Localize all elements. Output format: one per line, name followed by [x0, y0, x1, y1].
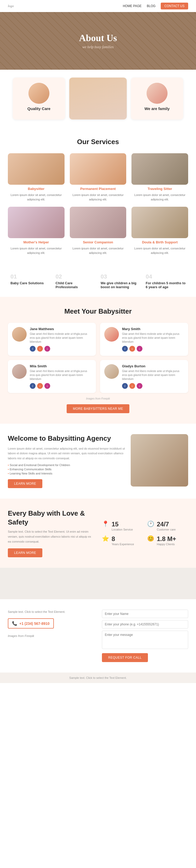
name-input[interactable] — [102, 610, 188, 618]
gladys-twitter-icon[interactable]: t — [129, 383, 135, 389]
submit-button[interactable]: REQUEST FOR CALL — [102, 653, 148, 662]
jane-instagram-icon[interactable]: i — [44, 346, 50, 351]
welcome-learn-more-button[interactable]: LEARN MORE — [8, 479, 42, 488]
care-num: 24/7 — [157, 521, 175, 528]
babysitter-image — [8, 153, 65, 185]
mila-facebook-icon[interactable]: f — [30, 383, 36, 389]
meet-freepik-note: Images from Freepik — [8, 397, 188, 400]
gladys-facebook-icon[interactable]: f — [122, 383, 128, 389]
welcome-btn-wrap: LEARN MORE — [8, 479, 125, 488]
phone-input[interactable] — [102, 620, 188, 628]
welcome-section: Welcome to Babysitting Agency Lorem ipsu… — [0, 424, 196, 499]
permanent-desc: Lorem ipsum dolor sit amet, consectetur … — [70, 193, 126, 202]
sitter-gladys: Gladys Burton Glae amet rhnl libero mole… — [100, 360, 188, 393]
phone-button[interactable]: 📞 +1 (234) 567-8910 — [8, 618, 54, 628]
nav-home[interactable]: HOME PAGE — [123, 4, 142, 8]
love-learn-more-button[interactable]: LEARN MORE — [8, 548, 42, 557]
contact-section: Sample text. Click to select the Text El… — [0, 599, 196, 673]
service-permanent: Permanent Placement Lorem ipsum dolor si… — [70, 153, 126, 202]
nav-links: HOME PAGE BLOG CONTACT US — [123, 3, 188, 9]
service-babysitter: Babysitter Lorem ipsum dolor sit amet, c… — [8, 153, 65, 202]
sitters-grid: Jane Matthews Glae amet rhnl libero mole… — [8, 323, 188, 393]
mother-image — [8, 207, 65, 238]
welcome-list: Social and Emotional Development for Chi… — [8, 463, 125, 475]
traveling-image — [131, 153, 188, 185]
service-mother: Mother's Helper Lorem ipsum dolor sit am… — [8, 207, 65, 255]
hero-section: About Us we help busy families — [0, 12, 196, 70]
contact-form: REQUEST FOR CALL — [102, 610, 188, 662]
nav-blog[interactable]: BLOG — [147, 4, 156, 8]
nav-cta-button[interactable]: CONTACT US — [161, 3, 188, 9]
doula-image — [131, 207, 188, 238]
mary-desc: Glae amet rhnl libero moleste ante ut tr… — [122, 332, 184, 344]
stat-location: 📍 15 Location Service — [102, 521, 143, 531]
services-grid: Babysitter Lorem ipsum dolor sit amet, c… — [8, 153, 188, 255]
more-babysitters-button[interactable]: MORE BABYSITTERS NEAR ME — [67, 404, 129, 413]
hero-content: About Us we help busy families — [79, 32, 117, 49]
stat-location-info: 15 Location Service — [112, 521, 133, 531]
location-icon: 📍 — [102, 521, 109, 527]
mila-social: f t i — [30, 383, 92, 389]
mary-twitter-icon[interactable]: t — [129, 346, 135, 351]
sitter-mary: Mary Smith Glae amet rhnl libero moleste… — [100, 323, 188, 356]
step-3-num: 03 — [101, 273, 141, 280]
more-btn-wrap: MORE BABYSITTERS NEAR ME — [8, 404, 188, 413]
gladys-social: f t i — [122, 383, 184, 389]
step-4-title: For children 5 months to 6 years of age — [146, 281, 186, 289]
mary-avatar — [104, 327, 119, 342]
mila-desc: Glae amet rhnl libero moleste ante ut tr… — [30, 369, 92, 381]
clients-num: 1.8 M+ — [157, 535, 176, 542]
step-1-title: Baby Care Solutions — [10, 281, 50, 285]
service-traveling: Traveling Sitter Lorem ipsum dolor sit a… — [131, 153, 188, 202]
message-input[interactable] — [102, 631, 188, 649]
mother-desc: Lorem ipsum dolor sit amet, consectetur … — [8, 246, 65, 255]
card-center — [69, 78, 127, 120]
hero-title: About Us — [79, 32, 117, 43]
steps-section: 01 Baby Care Solutions 02 Child Care Pro… — [0, 266, 196, 297]
step-4-num: 04 — [146, 273, 186, 280]
location-num: 15 — [112, 521, 133, 528]
care-label: Customer care — [157, 528, 175, 531]
mary-instagram-icon[interactable]: i — [137, 346, 143, 351]
step-2: 02 Child Care Professionals — [53, 273, 98, 289]
stat-customer-care: 🕐 24/7 Customer care — [147, 521, 188, 531]
mila-instagram-icon[interactable]: i — [44, 383, 50, 389]
welcome-text: Welcome to Babysitting Agency Lorem ipsu… — [8, 434, 125, 488]
stat-exp-info: 8 Years Experience — [112, 535, 134, 546]
jane-social: f t i — [30, 346, 92, 351]
doula-desc: Lorem ipsum dolor sit amet, consectetur … — [131, 246, 188, 255]
step-2-num: 02 — [56, 273, 96, 280]
permanent-image — [70, 153, 126, 185]
babysitter-title: Babysitter — [28, 187, 45, 191]
mila-twitter-icon[interactable]: t — [37, 383, 43, 389]
jane-twitter-icon[interactable]: t — [37, 346, 43, 351]
quality-care-image — [29, 83, 49, 104]
contact-freepik-note: Images from Freepik — [8, 634, 94, 639]
love-desc: Sample text. Click to select the Text El… — [8, 529, 94, 544]
gladys-instagram-icon[interactable]: i — [137, 383, 143, 389]
jane-facebook-icon[interactable]: f — [30, 346, 36, 351]
phone-number: +1 (234) 567-8910 — [19, 621, 50, 626]
stat-happy-clients: 😊 1.8 M+ Happy Clients — [147, 535, 188, 546]
clients-label: Happy Clients — [157, 542, 176, 546]
step-1: 01 Baby Care Solutions — [8, 273, 53, 289]
permanent-title: Permanent Placement — [80, 187, 116, 191]
services-section: Our Services Babysitter Lorem ipsum dolo… — [0, 127, 196, 266]
babysitter-desc: Lorem ipsum dolor sit amet, consectetur … — [8, 193, 65, 202]
welcome-image — [131, 434, 188, 487]
contact-left: Sample text. Click to select the Text El… — [8, 610, 94, 662]
sitter-jane: Jane Matthews Glae amet rhnl libero mole… — [8, 323, 96, 356]
welcome-title: Welcome to Babysitting Agency — [8, 434, 125, 443]
mila-info: Mila Smith Glae amet rhnl libero moleste… — [30, 364, 92, 389]
mary-facebook-icon[interactable]: f — [122, 346, 128, 351]
love-stats: 📍 15 Location Service 🕐 24/7 Customer ca… — [102, 509, 188, 557]
gladys-avatar — [104, 364, 119, 379]
mila-avatar — [12, 364, 27, 379]
gladys-desc: Glae amet rhnl libero moleste ante ut tr… — [122, 369, 184, 381]
traveling-title: Traveling Sitter — [148, 187, 172, 191]
services-title: Our Services — [8, 138, 188, 146]
sitter-mila: Mila Smith Glae amet rhnl libero moleste… — [8, 360, 96, 393]
welcome-list-item-3: Learning New Skills and Interests — [8, 472, 125, 475]
contact-left-text: Sample text. Click to select the Text El… — [8, 610, 94, 614]
family-label: We are family — [145, 106, 169, 111]
